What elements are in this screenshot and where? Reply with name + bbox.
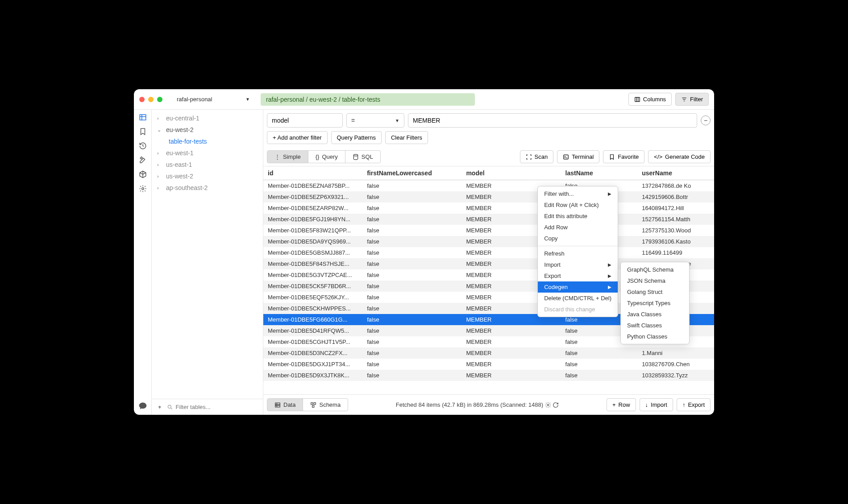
- cell[interactable]: false: [362, 281, 461, 292]
- submenu-item[interactable]: Golang Struct: [621, 286, 689, 297]
- submenu-item[interactable]: Swift Classes: [621, 320, 689, 331]
- cell[interactable]: 1429159606.Bottr: [637, 191, 714, 202]
- region-item[interactable]: ›us-west-2: [152, 170, 263, 182]
- filter-value-input[interactable]: [408, 113, 697, 128]
- table-row[interactable]: Member-01DBE5D9X3JTK8K...falseMEMBERfals…: [263, 370, 714, 381]
- cell[interactable]: Member-01DBE5EZNA875BP...: [263, 180, 362, 192]
- profile-selector[interactable]: rafal-personal ▼: [173, 94, 254, 104]
- cell[interactable]: 1257375130.Wood: [637, 225, 714, 236]
- codegen-submenu[interactable]: GraphQL SchemaJSON SchemaGolang StructTy…: [620, 262, 690, 344]
- cell[interactable]: Member-01DBE5FG660G1G...: [263, 314, 362, 325]
- cell[interactable]: 1527561154.Matth: [637, 214, 714, 225]
- cell[interactable]: false: [362, 347, 461, 359]
- context-menu-item[interactable]: Filter with...▶: [538, 188, 618, 199]
- cell[interactable]: Member-01DBE5CK5F7BD6R...: [263, 281, 362, 292]
- cell[interactable]: false: [561, 370, 638, 381]
- cell[interactable]: Member-01DBE5DGXJ1PT34...: [263, 359, 362, 370]
- table-row[interactable]: Member-01DBE5D3NCZ2FX...falseMEMBERfalse…: [263, 347, 714, 359]
- cube-icon[interactable]: [139, 170, 147, 178]
- cell[interactable]: Member-01DBE5GBSMJJ887...: [263, 247, 362, 258]
- context-menu-item[interactable]: Codegen▶: [538, 281, 618, 293]
- submenu-item[interactable]: Python Classes: [621, 331, 689, 342]
- cell[interactable]: false: [362, 191, 461, 202]
- cell[interactable]: false: [362, 269, 461, 281]
- cell[interactable]: 1640894172.Hill: [637, 202, 714, 214]
- context-menu[interactable]: Filter with...▶Edit Row (Alt + Click)Edi…: [537, 186, 618, 317]
- window-close-button[interactable]: [139, 97, 145, 102]
- context-menu-item[interactable]: Delete (CMD/CTRL + Del): [538, 293, 618, 304]
- cell[interactable]: 116499.116499: [637, 247, 714, 258]
- column-header[interactable]: lastName: [561, 166, 638, 180]
- refresh-icon[interactable]: [553, 402, 559, 408]
- tools-icon[interactable]: [139, 156, 147, 164]
- region-item[interactable]: ›us-east-1: [152, 159, 263, 170]
- context-menu-item[interactable]: Copy: [538, 233, 618, 244]
- table-row[interactable]: Member-01DBE5EZARP82W...falseMEMBER16408…: [263, 202, 714, 214]
- cell[interactable]: false: [561, 347, 638, 359]
- cell[interactable]: false: [362, 225, 461, 236]
- context-menu-item[interactable]: Edit this attribute: [538, 211, 618, 222]
- cell[interactable]: Member-01DBE5EQF526KJY...: [263, 292, 362, 303]
- cell[interactable]: false: [362, 202, 461, 214]
- cell[interactable]: Member-01DBE5CGHJT1V5P...: [263, 336, 362, 347]
- table-row[interactable]: Member-01DBE5EZP6X9321...falseMEMBER1429…: [263, 191, 714, 202]
- window-maximize-button[interactable]: [157, 97, 162, 102]
- cell[interactable]: Member-01DBE5EZARP82W...: [263, 202, 362, 214]
- context-menu-item[interactable]: Import▶: [538, 259, 618, 270]
- column-header[interactable]: firstNameLowercased: [362, 166, 461, 180]
- context-menu-item[interactable]: Export▶: [538, 270, 618, 281]
- query-patterns-button[interactable]: Query Patterns: [331, 131, 382, 144]
- cell[interactable]: 1372847868.de Ko: [637, 180, 714, 192]
- cell[interactable]: MEMBER: [461, 325, 561, 336]
- add-filter-button[interactable]: + Add another filter: [267, 131, 328, 144]
- cell[interactable]: MEMBER: [461, 370, 561, 381]
- cell[interactable]: false: [362, 247, 461, 258]
- add-table-button[interactable]: +: [155, 403, 164, 411]
- table-item[interactable]: table-for-tests: [152, 136, 263, 147]
- table-row[interactable]: Member-01DBE5F83W21QPP...falseMEMBER1257…: [263, 225, 714, 236]
- cell[interactable]: 1.Manni: [637, 347, 714, 359]
- cell[interactable]: Member-01DBE5F84S7HSJE...: [263, 258, 362, 269]
- mode-sql[interactable]: SQL: [345, 151, 380, 163]
- chat-icon[interactable]: [138, 401, 147, 410]
- view-data[interactable]: Data: [267, 399, 303, 411]
- generate-code-button[interactable]: </> Generate Code: [648, 150, 711, 163]
- table-icon[interactable]: [139, 113, 147, 121]
- cell[interactable]: Member-01DBE5D9X3JTK8K...: [263, 370, 362, 381]
- cell[interactable]: Member-01DBE5G3VTZPCAE...: [263, 269, 362, 281]
- submenu-item[interactable]: GraphQL Schema: [621, 264, 689, 275]
- cell[interactable]: Member-01DBE5DA9YQS969...: [263, 236, 362, 247]
- table-container[interactable]: idfirstNameLowercasedmodellastNameuserNa…: [263, 166, 714, 394]
- table-row[interactable]: Member-01DBE5DGXJ1PT34...falseMEMBERfals…: [263, 359, 714, 370]
- cell[interactable]: 1793936106.Kasto: [637, 236, 714, 247]
- table-row[interactable]: Member-01DBE5DA9YQS969...falseMEMBER1793…: [263, 236, 714, 247]
- submenu-item[interactable]: Java Classes: [621, 309, 689, 320]
- add-row-button[interactable]: + Row: [607, 398, 636, 411]
- cell[interactable]: false: [362, 214, 461, 225]
- cell[interactable]: MEMBER: [461, 336, 561, 347]
- filter-button[interactable]: Filter: [675, 93, 709, 106]
- view-schema[interactable]: Schema: [303, 399, 348, 411]
- cell[interactable]: false: [362, 180, 461, 192]
- mode-simple[interactable]: ⋮Simple: [267, 151, 308, 163]
- cell[interactable]: Member-01DBE5CKHWPPES...: [263, 303, 362, 314]
- cell[interactable]: 1038276709.Chen: [637, 359, 714, 370]
- export-button[interactable]: ↑ Export: [677, 398, 711, 411]
- cell[interactable]: false: [362, 325, 461, 336]
- table-row[interactable]: Member-01DBE5FGJ19H8YN...falseMEMBER1527…: [263, 214, 714, 225]
- cell[interactable]: false: [362, 303, 461, 314]
- cell[interactable]: false: [362, 258, 461, 269]
- clear-filters-button[interactable]: Clear Filters: [385, 131, 428, 144]
- filter-operator-select[interactable]: = ▼: [346, 113, 404, 128]
- cell[interactable]: false: [362, 314, 461, 325]
- cell[interactable]: false: [362, 359, 461, 370]
- submenu-item[interactable]: JSON Schema: [621, 275, 689, 286]
- column-header[interactable]: userName: [637, 166, 714, 180]
- cell[interactable]: Member-01DBE5D41RFQW5...: [263, 325, 362, 336]
- cell[interactable]: Member-01DBE5FGJ19H8YN...: [263, 214, 362, 225]
- favorite-button[interactable]: Favorite: [603, 150, 644, 163]
- window-minimize-button[interactable]: [148, 97, 154, 102]
- import-button[interactable]: ↓ Import: [640, 398, 673, 411]
- region-item[interactable]: ›ap-southeast-2: [152, 182, 263, 194]
- settings-icon[interactable]: [545, 402, 551, 408]
